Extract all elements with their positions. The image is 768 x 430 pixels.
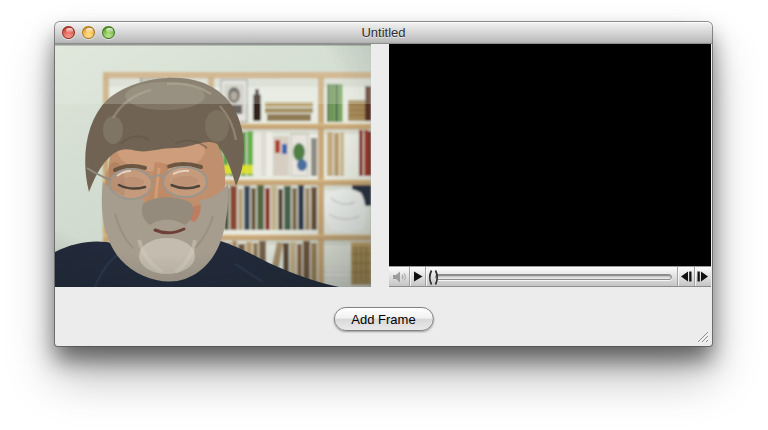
window-title: Untitled bbox=[55, 22, 712, 44]
movie-pane bbox=[389, 44, 711, 287]
camera-preview-pane bbox=[55, 44, 371, 287]
step-forward-button[interactable] bbox=[695, 267, 711, 286]
add-frame-button[interactable]: Add Frame bbox=[333, 307, 433, 331]
volume-icon bbox=[391, 270, 408, 284]
camera-preview-video bbox=[55, 44, 371, 287]
movie-view bbox=[389, 44, 711, 266]
play-icon bbox=[413, 271, 423, 282]
timeline-track[interactable] bbox=[426, 267, 677, 286]
titlebar[interactable]: Untitled bbox=[55, 22, 712, 44]
resize-grip-icon[interactable] bbox=[696, 330, 709, 343]
timeline-groove[interactable] bbox=[435, 274, 672, 280]
volume-button[interactable] bbox=[389, 267, 409, 286]
movie-controller bbox=[389, 266, 711, 287]
play-button[interactable] bbox=[410, 267, 425, 286]
app-window: Untitled bbox=[55, 22, 712, 346]
step-forward-icon bbox=[697, 271, 709, 282]
step-backward-icon bbox=[680, 271, 692, 282]
step-backward-button[interactable] bbox=[678, 267, 694, 286]
playhead[interactable] bbox=[427, 269, 440, 286]
desktop: Untitled bbox=[0, 0, 768, 430]
